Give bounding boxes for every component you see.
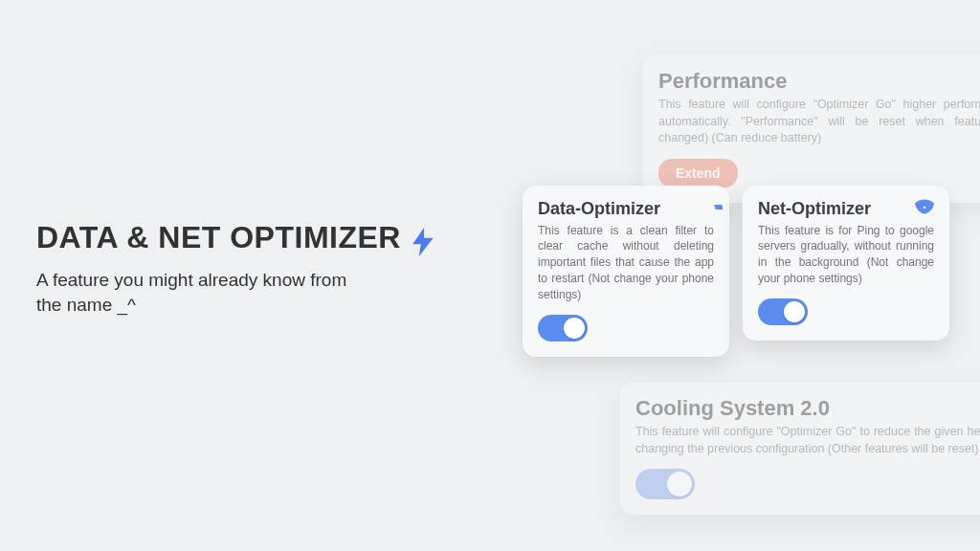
data-optimizer-card: Data-Optimizer This feature is a clean f… xyxy=(523,186,729,357)
data-optimizer-toggle[interactable] xyxy=(538,315,588,342)
net-optimizer-toggle[interactable] xyxy=(758,298,808,325)
data-optimizer-desc: This feature is a clean filter to clear … xyxy=(538,223,714,303)
data-optimizer-title: Data-Optimizer xyxy=(538,199,660,219)
hero: DATA & NET OPTIMIZER A feature you might… xyxy=(36,220,457,319)
hero-title: DATA & NET OPTIMIZER xyxy=(36,220,401,254)
cooling-title: Cooling System 2.0 xyxy=(635,396,830,420)
net-optimizer-title: Net-Optimizer xyxy=(758,199,871,219)
performance-title: Performance xyxy=(658,69,788,93)
svg-point-0 xyxy=(924,207,925,209)
net-optimizer-desc: This feature is for Ping to google serve… xyxy=(758,223,934,287)
bolt-icon xyxy=(411,228,435,260)
cooling-desc: This feature will configure "Optimizer G… xyxy=(635,424,980,457)
performance-desc: This feature will configure "Optimizer G… xyxy=(658,97,980,147)
cooling-card: Cooling System 2.0 This feature will con… xyxy=(620,383,980,515)
performance-card: Performance This feature will configure … xyxy=(643,55,980,203)
net-optimizer-card: Net-Optimizer This feature is for Ping t… xyxy=(743,186,949,341)
cooling-toggle[interactable] xyxy=(635,469,695,499)
hero-subtitle: A feature you might already know from th… xyxy=(36,268,362,319)
wifi-icon xyxy=(915,199,934,218)
extend-button[interactable]: Extend xyxy=(658,159,738,187)
